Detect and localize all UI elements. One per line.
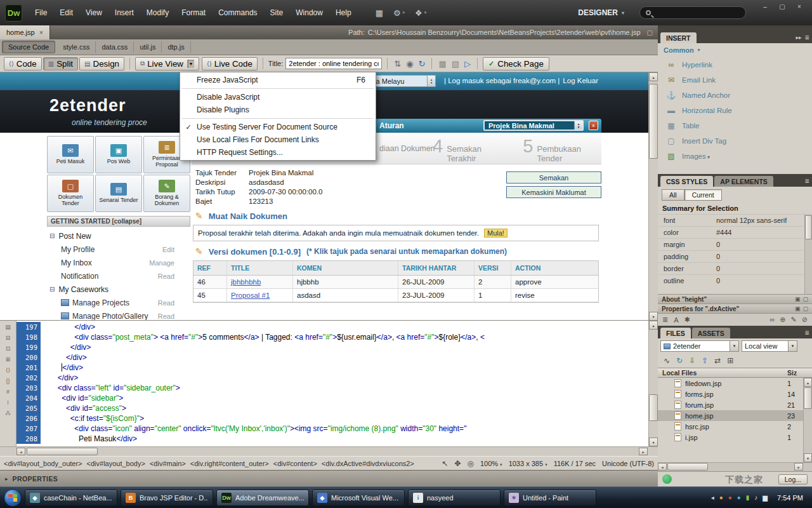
panel-close-button[interactable]: × (589, 121, 598, 130)
taskbar-clock[interactable]: 7:54 PM (773, 494, 808, 502)
related-file-button[interactable]: style.css (57, 41, 96, 53)
tag-selector-item[interactable]: <div#layout_body_outer> (4, 460, 82, 467)
highlight-invalid-code-icon[interactable]: ! (7, 399, 9, 406)
search-input[interactable] (639, 6, 746, 19)
refresh-icon[interactable]: ↻ (676, 356, 683, 365)
module-button[interactable]: ✉ Peti Masuk (47, 136, 94, 173)
tray-icon[interactable]: ● (719, 494, 723, 501)
pointer-tool-icon[interactable]: ↖ (442, 459, 448, 468)
about-section-bar[interactable]: About "height" ▣▢ (658, 294, 812, 304)
taskbar-app-button[interactable]: ◈ Microsoft Visual We... (312, 490, 405, 506)
sidebar-nav-item[interactable]: ⊟ My Inbox Manage (47, 256, 190, 269)
sidebar-nav-item[interactable]: ⊟ My Profile Edit (47, 243, 190, 256)
tray-icon[interactable]: ♪ (754, 494, 757, 501)
related-file-button[interactable]: Source Code (2, 41, 55, 53)
menu-option[interactable]: HTTP Request Settings... (180, 146, 376, 159)
view-options-icon[interactable]: ▦ (437, 59, 447, 69)
dreamweaver-logo-icon[interactable]: Dw (5, 4, 22, 22)
synchronize-icon[interactable]: ⇄ (714, 356, 721, 365)
scroll-thumb[interactable] (667, 463, 708, 471)
code-scrollbar[interactable]: ▴ ▾ (648, 321, 658, 446)
scroll-thumb[interactable] (804, 387, 812, 409)
nav-action-link[interactable]: Read (158, 299, 174, 307)
tag-selector-item[interactable]: <div#main> (150, 460, 186, 467)
tag-selector-item[interactable]: <div#layout_body> (87, 460, 145, 467)
module-button[interactable]: ▢ Dokumen Tender (47, 175, 94, 212)
css-mode-button[interactable]: All (662, 189, 684, 201)
collapse-full-tag-icon[interactable]: ⊟ (6, 335, 11, 341)
module-button[interactable]: ▤ Senarai Tender (95, 175, 142, 212)
info-icon[interactable]: ▣ (795, 305, 801, 312)
design-scrollbar[interactable]: ▴ ▾ (648, 72, 658, 321)
get-files-icon[interactable]: ⇩ (689, 356, 695, 365)
live-view-dropdown-arrow[interactable]: ▾ (187, 60, 194, 68)
expand-panel-icon[interactable]: ⊞ (727, 356, 733, 365)
delete-rule-icon[interactable]: ⊘ (802, 316, 808, 324)
menu-option[interactable] (180, 86, 376, 91)
doc-restore-icon[interactable]: ▢ (647, 29, 653, 36)
taskbar-app-button[interactable]: i nasyeed (408, 490, 501, 506)
scroll-up-icon[interactable]: ▴ (649, 72, 658, 81)
site-select[interactable]: 2etender ▾ (660, 340, 739, 352)
menu-option[interactable]: Use Testing Server For Document Source (180, 121, 376, 133)
live-code-button[interactable]: ⟨⟩ Live Code (202, 57, 258, 70)
mula-button[interactable]: Mula! (484, 229, 508, 237)
code-line[interactable]: 208 Peti Masuk</div> (16, 434, 648, 444)
tray-icon[interactable]: ▆ (763, 494, 768, 501)
scroll-left-icon[interactable]: ◂ (658, 463, 667, 471)
collapse-box-icon[interactable]: ⊟ (49, 232, 55, 239)
tray-icon[interactable]: ● (728, 494, 732, 501)
scroll-right-icon[interactable]: ▸ (639, 448, 648, 455)
tab-files[interactable]: FILES (660, 328, 691, 338)
hand-tool-icon[interactable]: ✥ (454, 459, 461, 468)
preview-in-browser-icon[interactable]: ◉ (405, 59, 414, 69)
visual-aids-icon[interactable]: ▧ (450, 59, 461, 69)
list-view-icon[interactable]: A (674, 316, 678, 324)
validate-markup-icon[interactable]: ▷ (463, 59, 472, 69)
connect-icon[interactable]: ∿ (664, 356, 670, 365)
code-line[interactable]: 200 </div> (16, 352, 648, 363)
menu-option[interactable] (180, 116, 376, 121)
scroll-thumb[interactable] (649, 84, 658, 159)
tab-insert[interactable]: INSERT (660, 32, 697, 43)
file-row[interactable]: i.jsp 1 (658, 432, 812, 443)
css-property-row[interactable]: outline 0 (658, 274, 804, 286)
menu-option[interactable]: Disable Plugins (180, 104, 376, 116)
check-page-button[interactable]: ✓ Check Page (483, 57, 549, 70)
menu-item[interactable]: Site (264, 8, 290, 17)
menu-option[interactable]: Use Local Files For Document Links (180, 133, 376, 146)
css-property-row[interactable]: font normal 12px sans-serif (658, 214, 804, 226)
code-line[interactable]: 203 <div class="left" id="sidebar_outer"… (16, 383, 648, 393)
live-view-button[interactable]: ⧉ Live View ▾ (135, 57, 199, 70)
code-line[interactable]: 202 </div> (16, 373, 648, 383)
menu-option[interactable]: Disable JavaScript (180, 91, 376, 104)
insert-category-dropdown[interactable]: Common▾ (658, 43, 812, 57)
tray-icon[interactable]: ▮ (746, 494, 750, 501)
taskbar-app-button[interactable]: ◆ caseChain - NetBea... (25, 490, 117, 506)
maximize-button[interactable]: ▢ (775, 2, 790, 11)
getting-started-bar[interactable]: GETTING STARTED [collapse] (47, 216, 190, 227)
css-property-row[interactable]: padding 0 (658, 250, 804, 262)
edit-rule-icon[interactable]: ✎ (791, 316, 797, 324)
code-line[interactable]: 199 </div> (16, 342, 648, 352)
minimize-button[interactable]: – (757, 2, 773, 11)
menu-item[interactable]: Window (289, 8, 329, 17)
taskbar-app-button[interactable]: ✶ Untitled - Paint (504, 490, 596, 506)
tray-icon[interactable]: ● (737, 494, 741, 501)
file-row[interactable]: filedown.jsp 1 (658, 378, 812, 389)
insert-item[interactable]: ▢ Insert Div Tag (658, 133, 812, 149)
files-column-headers[interactable]: Local Files Siz (658, 368, 812, 378)
expand-all-icon[interactable]: ⊞ (6, 356, 11, 363)
dropdown-icon[interactable]: ▾ (730, 341, 738, 351)
select-parent-tag-icon[interactable]: ⟨⟩ (6, 367, 10, 373)
related-file-button[interactable]: data.css (96, 41, 134, 53)
nav-action-link[interactable]: Read (158, 312, 174, 320)
menu-item[interactable]: Format (175, 8, 212, 17)
css-mode-button[interactable]: Current (684, 189, 722, 201)
scroll-up-icon[interactable]: ▴ (649, 321, 658, 330)
tray-icon[interactable]: ◂ (711, 494, 714, 501)
panel-menu-icon[interactable]: ≣ (804, 178, 809, 184)
collapse-panels-icon[interactable]: ▸▸ (796, 34, 801, 41)
extend-menu-icon[interactable]: ⚙▾ (393, 8, 405, 18)
tag-selector-item[interactable]: <div.dxActive#divdxviucons2> (322, 460, 414, 467)
